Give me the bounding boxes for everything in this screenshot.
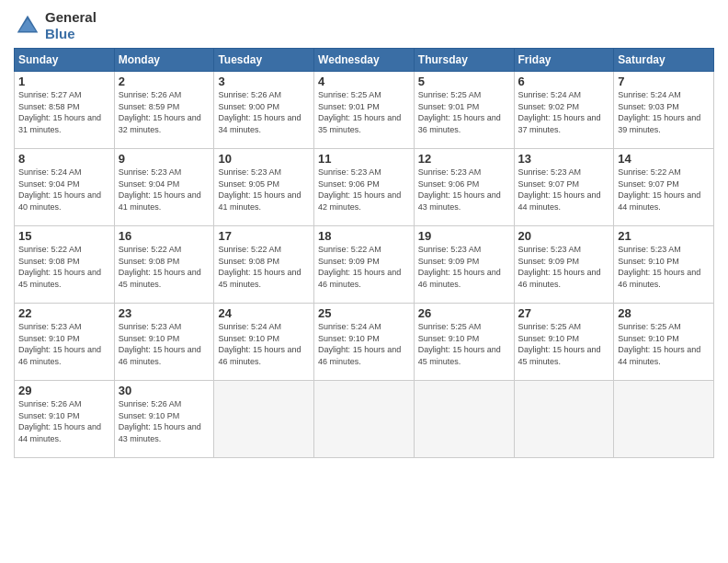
col-header-sunday: Sunday [15, 49, 115, 72]
calendar-cell: 19Sunrise: 5:23 AMSunset: 9:09 PMDayligh… [414, 226, 514, 304]
day-info: Sunrise: 5:23 AMSunset: 9:05 PMDaylight:… [218, 167, 310, 213]
day-info: Sunrise: 5:24 AMSunset: 9:10 PMDaylight:… [318, 321, 410, 367]
day-info: Sunrise: 5:26 AMSunset: 9:10 PMDaylight:… [119, 398, 210, 444]
calendar-week-1: 1Sunrise: 5:27 AMSunset: 8:58 PMDaylight… [15, 72, 714, 149]
calendar-cell: 30Sunrise: 5:26 AMSunset: 9:10 PMDayligh… [114, 381, 214, 458]
logo-text: General Blue [45, 9, 97, 42]
day-number: 26 [418, 306, 510, 320]
day-number: 2 [119, 75, 210, 88]
day-number: 8 [18, 152, 110, 166]
calendar-cell: 1Sunrise: 5:27 AMSunset: 8:58 PMDaylight… [15, 72, 115, 149]
day-info: Sunrise: 5:24 AMSunset: 9:02 PMDaylight:… [518, 89, 610, 135]
calendar-cell: 6Sunrise: 5:24 AMSunset: 9:02 PMDaylight… [514, 72, 614, 149]
day-number: 29 [18, 384, 110, 397]
day-info: Sunrise: 5:25 AMSunset: 9:01 PMDaylight:… [418, 89, 510, 135]
col-header-tuesday: Tuesday [214, 49, 314, 72]
calendar-week-2: 8Sunrise: 5:24 AMSunset: 9:04 PMDaylight… [15, 149, 714, 226]
day-number: 23 [119, 306, 210, 320]
day-number: 5 [418, 75, 510, 88]
day-number: 25 [318, 306, 410, 320]
day-info: Sunrise: 5:22 AMSunset: 9:07 PMDaylight:… [618, 167, 710, 213]
day-number: 19 [418, 229, 510, 243]
day-info: Sunrise: 5:25 AMSunset: 9:10 PMDaylight:… [518, 321, 610, 367]
day-info: Sunrise: 5:26 AMSunset: 9:10 PMDaylight:… [18, 398, 110, 444]
day-info: Sunrise: 5:22 AMSunset: 9:08 PMDaylight:… [218, 244, 310, 290]
col-header-wednesday: Wednesday [314, 49, 415, 72]
day-number: 28 [618, 306, 710, 320]
day-number: 27 [518, 306, 610, 320]
calendar-week-5: 29Sunrise: 5:26 AMSunset: 9:10 PMDayligh… [15, 381, 714, 458]
day-info: Sunrise: 5:23 AMSunset: 9:07 PMDaylight:… [518, 167, 610, 213]
calendar-cell: 25Sunrise: 5:24 AMSunset: 9:10 PMDayligh… [314, 304, 415, 381]
day-number: 4 [318, 75, 410, 88]
day-info: Sunrise: 5:23 AMSunset: 9:09 PMDaylight:… [418, 244, 510, 290]
col-header-monday: Monday [114, 49, 214, 72]
calendar-cell: 18Sunrise: 5:22 AMSunset: 9:09 PMDayligh… [314, 226, 415, 304]
calendar-cell: 7Sunrise: 5:24 AMSunset: 9:03 PMDaylight… [614, 72, 714, 149]
calendar-week-3: 15Sunrise: 5:22 AMSunset: 9:08 PMDayligh… [15, 226, 714, 304]
day-number: 18 [318, 229, 410, 243]
calendar-header-row: SundayMondayTuesdayWednesdayThursdayFrid… [15, 49, 714, 72]
calendar-cell: 20Sunrise: 5:23 AMSunset: 9:09 PMDayligh… [514, 226, 614, 304]
calendar-cell: 28Sunrise: 5:25 AMSunset: 9:10 PMDayligh… [614, 304, 714, 381]
day-info: Sunrise: 5:23 AMSunset: 9:10 PMDaylight:… [618, 244, 710, 290]
calendar-cell: 24Sunrise: 5:24 AMSunset: 9:10 PMDayligh… [214, 304, 314, 381]
calendar-cell: 13Sunrise: 5:23 AMSunset: 9:07 PMDayligh… [514, 149, 614, 226]
col-header-thursday: Thursday [414, 49, 514, 72]
day-info: Sunrise: 5:23 AMSunset: 9:06 PMDaylight:… [318, 167, 410, 213]
day-info: Sunrise: 5:27 AMSunset: 8:58 PMDaylight:… [18, 89, 110, 135]
day-number: 16 [119, 229, 210, 243]
calendar-cell: 11Sunrise: 5:23 AMSunset: 9:06 PMDayligh… [314, 149, 415, 226]
day-info: Sunrise: 5:25 AMSunset: 9:10 PMDaylight:… [418, 321, 510, 367]
day-info: Sunrise: 5:22 AMSunset: 9:09 PMDaylight:… [318, 244, 410, 290]
day-number: 10 [218, 152, 310, 166]
calendar-week-4: 22Sunrise: 5:23 AMSunset: 9:10 PMDayligh… [15, 304, 714, 381]
day-number: 11 [318, 152, 410, 166]
day-number: 30 [119, 384, 210, 397]
day-number: 24 [218, 306, 310, 320]
col-header-saturday: Saturday [614, 49, 714, 72]
calendar-cell: 16Sunrise: 5:22 AMSunset: 9:08 PMDayligh… [114, 226, 214, 304]
calendar-cell: 3Sunrise: 5:26 AMSunset: 9:00 PMDaylight… [214, 72, 314, 149]
day-number: 12 [418, 152, 510, 166]
logo: General Blue [14, 9, 97, 42]
header: General Blue [14, 9, 714, 42]
col-header-friday: Friday [514, 49, 614, 72]
calendar-cell: 14Sunrise: 5:22 AMSunset: 9:07 PMDayligh… [614, 149, 714, 226]
logo-icon [14, 12, 41, 40]
day-number: 1 [18, 75, 110, 88]
day-number: 15 [18, 229, 110, 243]
calendar-cell: 27Sunrise: 5:25 AMSunset: 9:10 PMDayligh… [514, 304, 614, 381]
day-info: Sunrise: 5:22 AMSunset: 9:08 PMDaylight:… [119, 244, 210, 290]
calendar-cell: 4Sunrise: 5:25 AMSunset: 9:01 PMDaylight… [314, 72, 415, 149]
calendar-cell: 26Sunrise: 5:25 AMSunset: 9:10 PMDayligh… [414, 304, 514, 381]
day-info: Sunrise: 5:25 AMSunset: 9:10 PMDaylight:… [618, 321, 710, 367]
calendar-cell: 29Sunrise: 5:26 AMSunset: 9:10 PMDayligh… [15, 381, 115, 458]
calendar-cell: 17Sunrise: 5:22 AMSunset: 9:08 PMDayligh… [214, 226, 314, 304]
day-info: Sunrise: 5:23 AMSunset: 9:10 PMDaylight:… [119, 321, 210, 367]
day-info: Sunrise: 5:23 AMSunset: 9:09 PMDaylight:… [518, 244, 610, 290]
calendar-cell: 21Sunrise: 5:23 AMSunset: 9:10 PMDayligh… [614, 226, 714, 304]
calendar-cell: 9Sunrise: 5:23 AMSunset: 9:04 PMDaylight… [114, 149, 214, 226]
calendar-cell: 5Sunrise: 5:25 AMSunset: 9:01 PMDaylight… [414, 72, 514, 149]
calendar-cell: 2Sunrise: 5:26 AMSunset: 8:59 PMDaylight… [114, 72, 214, 149]
calendar-cell [214, 381, 314, 458]
day-info: Sunrise: 5:24 AMSunset: 9:03 PMDaylight:… [618, 89, 710, 135]
page-container: General Blue SundayMondayTuesdayWednesda… [0, 0, 728, 563]
calendar-cell [414, 381, 514, 458]
day-info: Sunrise: 5:26 AMSunset: 8:59 PMDaylight:… [119, 89, 210, 135]
calendar-cell: 12Sunrise: 5:23 AMSunset: 9:06 PMDayligh… [414, 149, 514, 226]
day-number: 9 [119, 152, 210, 166]
day-info: Sunrise: 5:22 AMSunset: 9:08 PMDaylight:… [18, 244, 110, 290]
day-info: Sunrise: 5:23 AMSunset: 9:10 PMDaylight:… [18, 321, 110, 367]
calendar-cell: 10Sunrise: 5:23 AMSunset: 9:05 PMDayligh… [214, 149, 314, 226]
day-number: 3 [218, 75, 310, 88]
day-number: 20 [518, 229, 610, 243]
day-info: Sunrise: 5:24 AMSunset: 9:04 PMDaylight:… [18, 167, 110, 213]
calendar: SundayMondayTuesdayWednesdayThursdayFrid… [14, 48, 714, 458]
day-info: Sunrise: 5:24 AMSunset: 9:10 PMDaylight:… [218, 321, 310, 367]
calendar-cell: 23Sunrise: 5:23 AMSunset: 9:10 PMDayligh… [114, 304, 214, 381]
calendar-cell: 8Sunrise: 5:24 AMSunset: 9:04 PMDaylight… [15, 149, 115, 226]
calendar-cell [314, 381, 415, 458]
calendar-cell: 15Sunrise: 5:22 AMSunset: 9:08 PMDayligh… [15, 226, 115, 304]
